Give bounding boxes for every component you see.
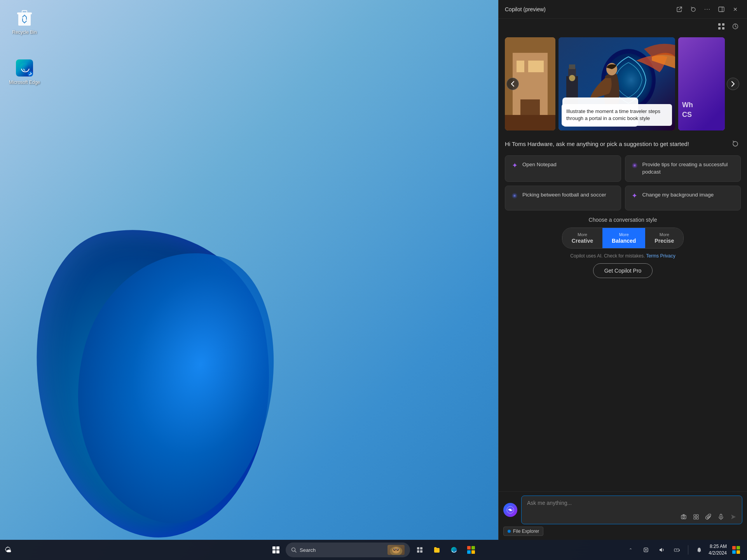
svg-line-21 bbox=[679, 7, 682, 10]
suggestion-football-soccer[interactable]: Picking between football and soccer bbox=[505, 186, 621, 210]
edge-icon[interactable]: Microsoft Edge bbox=[7, 56, 42, 87]
weather-icon: 🌤 bbox=[5, 546, 12, 554]
vision-button[interactable] bbox=[691, 511, 702, 522]
overflow-icon: ⌃ bbox=[629, 548, 632, 553]
send-icon bbox=[730, 514, 737, 520]
microphone-button[interactable] bbox=[716, 511, 726, 522]
svg-point-43 bbox=[569, 75, 575, 81]
svg-text:Wh: Wh bbox=[682, 101, 693, 109]
file-explorer-button[interactable] bbox=[429, 543, 444, 557]
sidebar-icon bbox=[718, 7, 724, 12]
suggestion-open-notepad[interactable]: ✦ Open Notepad bbox=[505, 155, 621, 182]
svg-line-4 bbox=[295, 551, 297, 553]
taskbar-search[interactable]: Search bbox=[286, 543, 410, 557]
get-copilot-pro-button[interactable]: Get Copilot Pro bbox=[593, 263, 653, 278]
svg-rect-13 bbox=[417, 550, 419, 553]
svg-rect-63 bbox=[720, 514, 722, 517]
svg-point-58 bbox=[683, 516, 685, 518]
svg-rect-11 bbox=[417, 547, 419, 550]
system-clock[interactable]: 8:25 AM 4/2/2024 bbox=[709, 543, 727, 557]
image-carousel: Illustrate the moment a time traveler st… bbox=[505, 37, 741, 130]
network-button[interactable] bbox=[640, 544, 652, 556]
svg-rect-22 bbox=[719, 7, 724, 12]
svg-rect-57 bbox=[681, 515, 686, 519]
history-icon bbox=[732, 23, 738, 30]
suggestion-icon-podcast bbox=[631, 162, 639, 169]
notification-button[interactable] bbox=[693, 544, 705, 556]
history-button[interactable] bbox=[730, 21, 741, 32]
open-external-button[interactable] bbox=[674, 4, 685, 15]
conv-btn-creative[interactable]: More Creative bbox=[562, 228, 602, 248]
refresh-suggestions-button[interactable] bbox=[730, 138, 741, 149]
conv-balanced-bottom: Balanced bbox=[612, 237, 636, 244]
suggestion-background-image[interactable]: ✦ Change my background image bbox=[625, 186, 741, 210]
purple-image: Wh CS bbox=[678, 37, 725, 130]
svg-point-10 bbox=[397, 549, 398, 550]
colorful-windows-icon bbox=[732, 546, 740, 554]
task-view-button[interactable] bbox=[412, 543, 427, 557]
suggestion-podcast-tips[interactable]: Provide tips for creating a successful p… bbox=[625, 155, 741, 182]
speaker-icon bbox=[658, 547, 665, 553]
carousel-item-comic[interactable]: Illustrate the moment a time traveler st… bbox=[559, 37, 675, 130]
chevron-right-icon bbox=[731, 81, 735, 87]
colorful-logo-button[interactable] bbox=[730, 544, 742, 556]
refresh-icon bbox=[691, 7, 696, 12]
close-button[interactable]: ✕ bbox=[730, 4, 741, 15]
overflow-chevron[interactable]: ⌃ bbox=[624, 544, 637, 556]
suggestion-text-podcast: Provide tips for creating a successful p… bbox=[642, 161, 735, 176]
edge-taskbar-icon bbox=[450, 546, 457, 553]
svg-rect-1 bbox=[17, 12, 32, 14]
start-button[interactable] bbox=[269, 543, 283, 557]
taskbar-center: Search bbox=[269, 543, 478, 557]
clock-time: 8:25 AM bbox=[709, 543, 727, 550]
svg-point-15 bbox=[451, 547, 457, 553]
refresh-suggestions-icon bbox=[732, 141, 738, 147]
file-explorer-tab[interactable]: File Explorer bbox=[503, 527, 543, 536]
terms-link[interactable]: Terms bbox=[646, 253, 659, 259]
image-input-button[interactable] bbox=[678, 511, 689, 522]
store-button[interactable] bbox=[464, 543, 478, 557]
privacy-link[interactable]: Privacy bbox=[660, 253, 675, 259]
attachment-button[interactable] bbox=[703, 511, 714, 522]
camera-icon bbox=[681, 514, 687, 520]
refresh-title-button[interactable] bbox=[688, 4, 699, 15]
disclaimer-row: Copilot uses AI. Check for mistakes. Ter… bbox=[570, 253, 675, 259]
svg-rect-61 bbox=[694, 517, 696, 519]
battery-button[interactable] bbox=[671, 544, 683, 556]
svg-text:CS: CS bbox=[682, 111, 692, 118]
edge-taskbar-button[interactable] bbox=[447, 543, 461, 557]
chat-input-field[interactable] bbox=[522, 496, 742, 510]
apps-grid-button[interactable] bbox=[716, 21, 727, 32]
suggestion-icon-football bbox=[511, 192, 518, 200]
conv-btn-balanced[interactable]: More Balanced bbox=[602, 228, 645, 248]
carousel-next-button[interactable] bbox=[727, 78, 739, 90]
conv-creative-bottom: Creative bbox=[572, 237, 593, 244]
svg-point-54 bbox=[514, 195, 515, 197]
panel-toolbar bbox=[499, 19, 747, 34]
copilot-panel: Copilot (preview) ··· bbox=[498, 0, 747, 540]
copilot-avatar[interactable] bbox=[503, 503, 517, 517]
suggestion-icon-background: ✦ bbox=[631, 192, 639, 200]
store-icon bbox=[467, 546, 475, 554]
conv-balanced-top: More bbox=[619, 232, 629, 237]
copilot-avatar-icon bbox=[506, 506, 515, 514]
panel-content: Hi Toms Hardware, ask me anything or pic… bbox=[499, 134, 747, 283]
speaker-button[interactable] bbox=[655, 544, 668, 556]
chat-input-area: File Explorer bbox=[499, 491, 747, 540]
svg-rect-59 bbox=[694, 515, 696, 517]
network-icon bbox=[643, 547, 649, 553]
chat-input-wrapper bbox=[521, 496, 742, 524]
suggestion-text-background: Change my background image bbox=[642, 191, 714, 199]
carousel-item-purple[interactable]: Wh CS bbox=[678, 37, 725, 130]
conv-btn-precise[interactable]: More Precise bbox=[645, 228, 683, 248]
send-button[interactable] bbox=[728, 511, 739, 522]
task-view-icon bbox=[417, 547, 423, 553]
svg-point-9 bbox=[394, 549, 395, 550]
carousel-prev-button[interactable] bbox=[506, 78, 519, 90]
more-options-button[interactable]: ··· bbox=[702, 4, 713, 15]
recycle-bin-icon[interactable]: Recycle Bin bbox=[7, 6, 42, 37]
svg-rect-35 bbox=[505, 115, 555, 130]
weather-widget[interactable]: 🌤 bbox=[5, 546, 12, 554]
more-options-icon: ··· bbox=[704, 6, 710, 13]
sidebar-toggle-button[interactable] bbox=[716, 4, 727, 15]
